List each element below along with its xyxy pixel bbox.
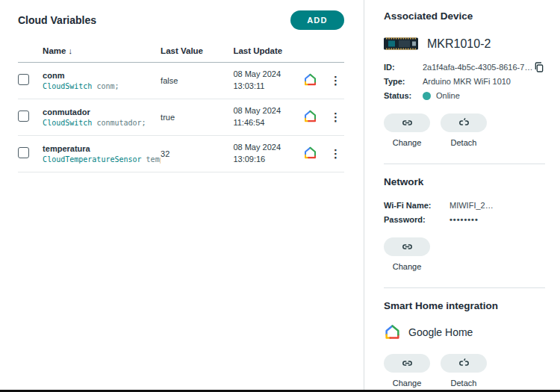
row-checkbox[interactable] <box>18 74 29 85</box>
link-icon <box>401 357 414 370</box>
device-summary: MKR1010-2 <box>384 37 545 51</box>
wifi-name-label: Wi-Fi Name: <box>384 201 449 210</box>
smart-home-title: Smart Home integration <box>384 300 545 311</box>
table-row[interactable]: conm CloudSwitch conm; false 08 May 2024… <box>18 63 344 99</box>
detach-device-label: Detach <box>451 138 477 147</box>
last-value: true <box>161 99 233 135</box>
last-value-column-header: Last Value <box>161 42 233 63</box>
smart-home-actions: Change Detach <box>384 354 545 388</box>
row-menu-button[interactable]: ⋮ <box>327 63 344 99</box>
broken-link-icon <box>458 357 470 370</box>
last-update: 08 May 2024 13:09:16 <box>233 135 303 172</box>
detach-integration-label: Detach <box>451 379 477 388</box>
network-actions: Change <box>384 237 545 271</box>
wifi-name-value: MIWIFI_2… <box>449 201 494 210</box>
add-variable-button[interactable]: ADD <box>290 10 344 30</box>
change-integration-label: Change <box>393 379 422 388</box>
change-network-button[interactable] <box>384 237 430 256</box>
detach-device-button[interactable] <box>441 113 487 132</box>
page-title: Cloud Variables <box>18 14 96 26</box>
device-type-row: Type: Arduino MKR WiFi 1010 <box>384 77 545 86</box>
google-home-icon <box>303 146 317 160</box>
last-value: false <box>161 63 233 99</box>
password-label: Password: <box>384 215 449 224</box>
status-value: Online <box>436 91 460 100</box>
change-network-label: Change <box>393 262 422 271</box>
device-actions: Change Detach <box>384 113 545 147</box>
detach-integration-button[interactable] <box>441 354 487 373</box>
password-value: •••••••• <box>449 215 479 224</box>
variable-declaration: CloudTemperatureSensor temp… <box>43 155 161 164</box>
integration-service-row: Google Home <box>384 323 545 340</box>
variable-name: temperatura <box>43 144 161 153</box>
wifi-name-row: Wi-Fi Name: MIWIFI_2… <box>384 201 545 210</box>
broken-link-icon <box>458 116 470 129</box>
change-network-action: Change <box>384 237 430 271</box>
network-title: Network <box>384 176 545 187</box>
link-icon <box>401 240 414 253</box>
menu-column-header <box>327 42 344 63</box>
variable-declaration: CloudSwitch conmutador; <box>43 119 161 127</box>
panel-header: Cloud Variables ADD <box>18 10 344 30</box>
change-device-label: Change <box>393 138 422 147</box>
id-label: ID: <box>384 63 423 72</box>
device-name: MKR1010-2 <box>427 37 491 51</box>
last-value: 32 <box>161 135 233 172</box>
variable-name: conm <box>43 71 161 80</box>
row-checkbox[interactable] <box>18 147 29 158</box>
name-column-header[interactable]: Name↓ <box>43 42 161 63</box>
integration-column-header <box>303 42 327 63</box>
iot-cloud-thing-page: Cloud Variables ADD Name↓ Last Value Las… <box>0 0 560 392</box>
table-row[interactable]: temperatura CloudTemperatureSensor temp…… <box>18 135 344 172</box>
associated-device-title: Associated Device <box>384 10 545 22</box>
name-header-label: Name <box>43 46 66 55</box>
type-label: Type: <box>384 77 423 86</box>
network-section: Network Wi-Fi Name: MIWIFI_2… Password: … <box>384 164 545 271</box>
detach-integration-action: Detach <box>441 354 487 388</box>
variable-declaration: CloudSwitch conm; <box>43 82 161 90</box>
row-menu-button[interactable]: ⋮ <box>327 135 344 172</box>
last-update-column-header: Last Update <box>233 42 303 63</box>
password-row: Password: •••••••• <box>384 215 545 224</box>
link-icon <box>401 116 414 129</box>
id-value: 2a1f4afa-4b5c-4305-8616-7… <box>423 63 532 72</box>
variables-table: Name↓ Last Value Last Update conm CloudS… <box>18 42 344 172</box>
row-checkbox[interactable] <box>18 111 29 122</box>
google-home-icon <box>303 72 317 87</box>
integration-service-name: Google Home <box>408 326 473 338</box>
row-menu-button[interactable]: ⋮ <box>327 99 344 135</box>
associated-device-section: Associated Device MKR1010-2 ID: 2a1f4afa… <box>384 10 545 147</box>
type-value: Arduino MKR WiFi 1010 <box>423 77 511 86</box>
google-home-icon <box>303 109 317 123</box>
copy-id-icon[interactable] <box>533 61 545 73</box>
variable-name: conmutador <box>43 108 161 116</box>
device-board-image <box>384 37 418 51</box>
online-status-dot <box>423 92 431 100</box>
status-label: Status: <box>384 91 423 100</box>
smart-home-section: Smart Home integration Google Home Chang… <box>384 287 545 388</box>
cloud-variables-panel: Cloud Variables ADD Name↓ Last Value Las… <box>0 0 364 390</box>
device-id-row: ID: 2a1f4afa-4b5c-4305-8616-7… <box>384 63 545 72</box>
table-header-row: Name↓ Last Value Last Update <box>18 42 344 63</box>
detach-device-action: Detach <box>441 113 487 147</box>
last-update: 08 May 2024 13:03:11 <box>233 63 303 99</box>
change-device-action: Change <box>384 113 430 147</box>
checkbox-column-header <box>18 42 43 63</box>
change-integration-action: Change <box>384 354 430 388</box>
google-home-icon <box>384 323 401 340</box>
device-sidebar: Associated Device MKR1010-2 ID: 2a1f4afa… <box>364 0 560 390</box>
device-status-row: Status: Online <box>384 91 545 100</box>
change-device-button[interactable] <box>384 113 430 132</box>
last-update: 08 May 2024 11:46:54 <box>233 99 303 135</box>
table-row[interactable]: conmutador CloudSwitch conmutador; true … <box>18 99 344 135</box>
change-integration-button[interactable] <box>384 354 430 373</box>
sort-desc-icon[interactable]: ↓ <box>68 46 72 55</box>
